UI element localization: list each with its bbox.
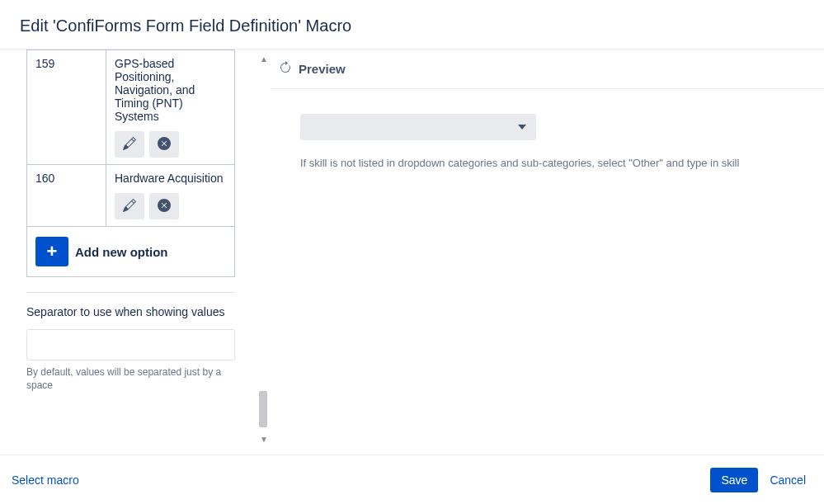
dialog-header: Edit 'ConfiForms Form Field Definition' …	[0, 0, 824, 49]
save-button[interactable]: Save	[710, 468, 758, 492]
preview-help-text: If skill is not listed in dropdown categ…	[300, 157, 794, 169]
table-row: 160 Hardware Acquisition	[27, 165, 235, 227]
cancel-button[interactable]: Cancel	[770, 473, 806, 487]
footer-left: Select macro	[12, 473, 79, 487]
delete-option-button[interactable]	[149, 193, 179, 219]
pencil-icon	[123, 199, 136, 214]
plus-icon: +	[47, 241, 58, 262]
preview-dropdown[interactable]	[300, 114, 536, 140]
preview-header: Preview	[271, 49, 824, 89]
close-circle-icon	[158, 137, 171, 153]
options-table: 159 GPS-based Positioning, Navigation, a…	[26, 49, 235, 227]
preview-title: Preview	[299, 62, 346, 76]
option-cell: Hardware Acquisition	[106, 165, 235, 227]
close-circle-icon	[158, 199, 171, 214]
edit-option-button[interactable]	[115, 131, 144, 158]
option-label: Hardware Acquisition	[115, 172, 226, 185]
separator-label: Separator to use when showing values	[26, 304, 235, 321]
preview-panel: Preview If skill is not listed in dropdo…	[271, 49, 824, 449]
table-row: 159 GPS-based Positioning, Navigation, a…	[27, 50, 235, 165]
option-actions	[115, 193, 226, 219]
select-macro-link[interactable]: Select macro	[12, 473, 79, 487]
separator-help: By default, values will be separated jus…	[26, 365, 235, 393]
option-id: 160	[27, 165, 106, 227]
refresh-icon[interactable]	[279, 61, 292, 77]
add-option-label: Add new option	[75, 245, 167, 259]
option-label: GPS-based Positioning, Navigation, and T…	[115, 57, 226, 123]
edit-option-button[interactable]	[115, 193, 144, 219]
separator-input[interactable]	[26, 329, 235, 360]
option-actions	[115, 131, 226, 158]
dialog-footer: Select macro Save Cancel	[0, 455, 824, 504]
scroll-up-icon[interactable]: ▲	[260, 54, 268, 64]
left-panel-scrollbar[interactable]: ▲ ▼	[256, 49, 272, 449]
add-option-button[interactable]: +	[35, 237, 68, 266]
delete-option-button[interactable]	[149, 131, 179, 158]
preview-body: If skill is not listed in dropdown categ…	[271, 89, 824, 194]
separator-section: Separator to use when showing values By …	[26, 292, 235, 393]
footer-right: Save Cancel	[710, 468, 806, 492]
scroll-thumb[interactable]	[259, 391, 267, 427]
config-panel: 159 GPS-based Positioning, Navigation, a…	[0, 49, 254, 449]
option-id: 159	[27, 50, 106, 165]
option-cell: GPS-based Positioning, Navigation, and T…	[106, 50, 235, 165]
dialog-body: 159 GPS-based Positioning, Navigation, a…	[0, 49, 824, 449]
dialog-title: Edit 'ConfiForms Form Field Definition' …	[20, 16, 804, 35]
pencil-icon	[123, 137, 136, 153]
add-option-row: + Add new option	[26, 227, 235, 277]
scroll-down-icon[interactable]: ▼	[260, 435, 268, 444]
